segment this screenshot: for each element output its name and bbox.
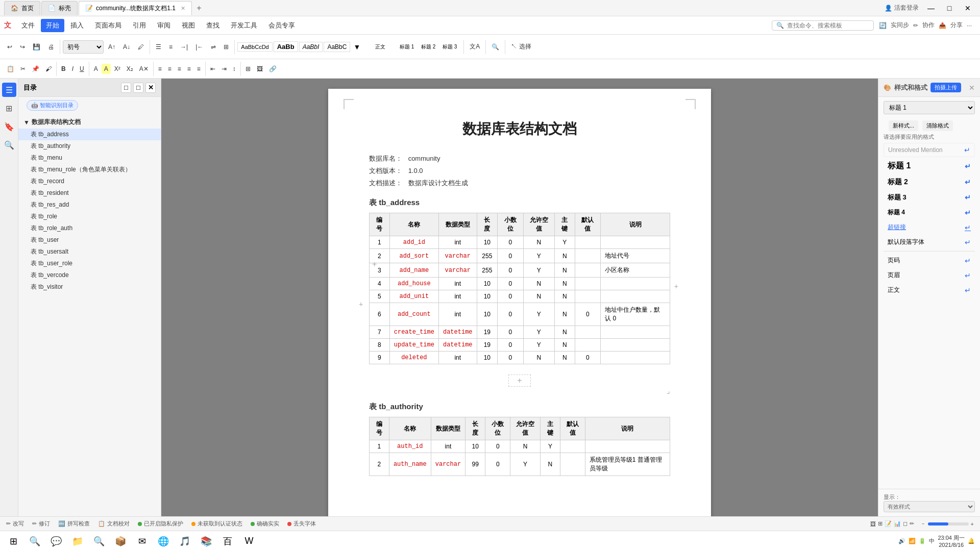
line-spacing-button[interactable]: ↕ [230, 64, 238, 74]
ordered-list[interactable]: ≡ [166, 42, 176, 52]
toc-child-5[interactable]: 表 tb_resident [18, 187, 161, 199]
tab-doc[interactable]: 📝 community...统数据库文档1.1 ✕ [79, 1, 192, 15]
subscript-button[interactable]: X₂ [124, 64, 136, 74]
font-name-select[interactable]: 初号 [63, 40, 104, 54]
notification-icon[interactable]: 🔔 [968, 538, 975, 544]
align-justify-button[interactable]: ≡ [185, 64, 193, 74]
paste-button[interactable]: 📌 [29, 64, 42, 74]
zoom-in-button[interactable]: + [971, 521, 974, 527]
status-font[interactable]: 丢失字体 [287, 520, 316, 528]
table1-resize[interactable]: ⌟ [667, 387, 670, 395]
menu-layout[interactable]: 页面布局 [90, 19, 127, 32]
toc-child-8[interactable]: 表 tb_role_auth [18, 222, 161, 234]
zoom-slider[interactable] [928, 522, 969, 525]
align-center-button[interactable]: ≡ [165, 64, 174, 74]
apply-h3-icon[interactable]: ↵ [965, 193, 971, 202]
menu-ref[interactable]: 引用 [128, 19, 151, 32]
apply-pagenum-icon[interactable]: ↵ [965, 257, 971, 265]
highlight-color-button[interactable]: A [102, 64, 111, 74]
apply-body-icon[interactable]: ↵ [965, 286, 971, 294]
font-size-up[interactable]: A↑ [105, 42, 118, 52]
status-cert[interactable]: 未获取到认证状态 [191, 520, 242, 528]
table-btn[interactable]: ⊞ [220, 42, 232, 52]
close-button[interactable]: ✕ [960, 3, 976, 14]
apply-header-icon[interactable]: ↵ [965, 271, 971, 280]
music-taskbar[interactable]: 🎵 [177, 533, 193, 549]
search-taskbar[interactable]: 🔍 [27, 533, 43, 549]
tab-home[interactable]: 🏠 首页 [4, 1, 40, 15]
mail-taskbar[interactable]: ✉ [134, 533, 150, 549]
tab-close-button[interactable]: ✕ [181, 5, 185, 12]
toc-child-2[interactable]: 表 tb_menu [18, 152, 161, 164]
superscript-button[interactable]: X² [112, 64, 123, 74]
apply-link-icon[interactable]: ↵ [965, 223, 971, 232]
bold-button[interactable]: B [59, 64, 68, 74]
apply-h1-icon[interactable]: ↵ [965, 162, 971, 170]
style-filter-select[interactable]: 有效样式 [884, 501, 975, 512]
align-left-button[interactable]: ≡ [156, 64, 164, 74]
style-unresolved-mention[interactable]: Unresolved Mention ↵ [884, 143, 975, 157]
style-h1[interactable]: AaBb [274, 41, 298, 52]
underline-button[interactable]: U [77, 64, 87, 74]
search-btn[interactable]: 🔍 [488, 42, 502, 52]
menu-dev[interactable]: 开发工具 [226, 19, 262, 32]
font-color-button[interactable]: A [91, 64, 101, 74]
toc-child-3[interactable]: 表 tb_menu_role（角色菜单关联表） [18, 164, 161, 176]
undo-button[interactable]: ↩ [4, 42, 15, 52]
toc-child-7[interactable]: 表 tb_role [18, 211, 161, 222]
sidebar-close[interactable]: ✕ [145, 83, 156, 93]
add-row-button[interactable]: + [508, 374, 530, 387]
sync-label[interactable]: 实同步 [891, 21, 909, 30]
share-label[interactable]: 分享 [950, 21, 963, 30]
cut-button[interactable]: ✂ [18, 64, 28, 74]
upload-button[interactable]: 拍摄上传 [930, 83, 961, 92]
insert-link-btn[interactable]: 🔗 [266, 64, 279, 74]
indent-dec-button[interactable]: ⇤ [208, 64, 218, 74]
wps-taskbar[interactable]: W [241, 533, 257, 549]
toc-child-4[interactable]: 表 tb_record [18, 176, 161, 187]
insert-image-btn[interactable]: 🖼 [254, 64, 265, 74]
toc-child-9[interactable]: 表 tb_user [18, 234, 161, 246]
text-sort-button[interactable]: 文A [467, 41, 483, 53]
toc-child-1[interactable]: 表 tb_authority [18, 140, 161, 152]
apply-default-icon[interactable]: ↵ [965, 238, 971, 246]
cortana-taskbar[interactable]: 💬 [48, 533, 64, 549]
toc-child-12[interactable]: 表 tb_vercode [18, 269, 161, 281]
taskbar-time[interactable]: 23:04 周一 2021/8/16 [938, 534, 965, 548]
apply-style-icon[interactable]: ↵ [964, 146, 970, 154]
toc-child-13[interactable]: 表 tb_visitor [18, 281, 161, 293]
font-size-down[interactable]: A↓ [120, 42, 133, 52]
rail-nav-icon[interactable]: ⊞ [2, 101, 16, 115]
indent-in[interactable]: →| [177, 42, 191, 52]
menu-review[interactable]: 审阅 [152, 19, 176, 32]
search2-taskbar[interactable]: 🔍 [91, 533, 107, 549]
style-pagenum-btn[interactable]: 页码 ↵ [884, 254, 975, 267]
style-h3-btn[interactable]: 标题 3 ↵ [884, 190, 975, 205]
style-link-btn[interactable]: 超链接 ↵ [884, 220, 975, 234]
sidebar-icon-2[interactable]: □ [133, 83, 143, 93]
highlight-button[interactable]: 🖊 [135, 42, 147, 52]
style-normal[interactable]: AaBbCcDd [237, 42, 272, 52]
menu-file[interactable]: 文件 [16, 19, 40, 32]
style-header-btn[interactable]: 页眉 ↵ [884, 268, 975, 282]
save-button[interactable]: 💾 [30, 42, 43, 52]
style-default-btn[interactable]: 默认段落字体 ↵ [884, 235, 975, 249]
table1-add-col[interactable]: + [674, 282, 678, 290]
login-label[interactable]: 活套登录 [894, 4, 919, 12]
status-rewrite[interactable]: ✏ 改写 [6, 520, 24, 528]
style-h2[interactable]: AaBbI [299, 42, 323, 52]
clear-format-button[interactable]: A✕ [137, 64, 151, 74]
menu-find[interactable]: 查找 [201, 19, 225, 32]
unordered-list[interactable]: ☰ [153, 42, 164, 52]
rail-search-icon[interactable]: 🔍 [2, 138, 16, 152]
toc-ai-button[interactable]: 🤖 智能识别目录 [27, 100, 78, 111]
start-button[interactable]: ⊞ [5, 533, 21, 549]
status-spell[interactable]: 🔤 拼写检查 [58, 520, 90, 528]
toc-child-6[interactable]: 表 tb_res_add [18, 199, 161, 211]
right-panel-close[interactable]: ✕ [969, 84, 975, 92]
tab-template[interactable]: 📄 标壳 [41, 1, 78, 15]
copy-button[interactable]: 📋 [4, 64, 17, 74]
print-button[interactable]: 🖨 [45, 42, 57, 52]
align-btn[interactable]: ⇌ [208, 42, 219, 52]
clear-format-button[interactable]: 清除格式 [922, 120, 953, 131]
